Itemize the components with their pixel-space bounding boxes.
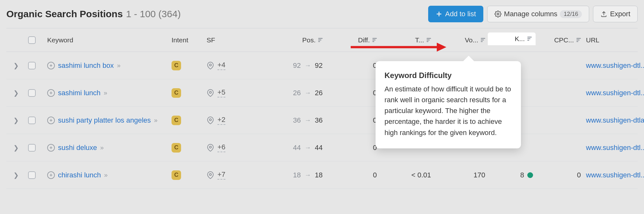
sf-value[interactable]: +5: [217, 88, 225, 97]
add-keyword-icon[interactable]: +: [47, 89, 55, 97]
add-keyword-icon[interactable]: +: [47, 117, 55, 124]
arrow-right-icon: →: [305, 117, 311, 124]
row-checkbox[interactable]: [28, 89, 36, 97]
url-link[interactable]: www.sushigen-dtl...: [586, 89, 644, 97]
manage-columns-button[interactable]: Manage columns 12/16: [487, 6, 589, 22]
keyword-link[interactable]: sashimi lunch: [58, 89, 100, 97]
pos-old: 92: [293, 61, 301, 70]
col-intent[interactable]: Intent: [169, 36, 204, 44]
chevrons-icon: »: [117, 62, 119, 69]
expand-row-icon[interactable]: ❯: [13, 171, 19, 179]
pos-old: 36: [293, 116, 301, 125]
columns-count-pill: 12/16: [560, 10, 582, 18]
export-label: Export: [610, 10, 630, 18]
kd-value: 8: [520, 171, 524, 179]
tooltip-body: An estimate of how difficult it would be…: [384, 84, 512, 138]
sort-icon: [576, 38, 581, 42]
pos-new: 36: [315, 116, 323, 125]
sort-icon: [481, 38, 485, 42]
add-keyword-icon[interactable]: +: [47, 62, 55, 69]
keyword-link[interactable]: sushi party platter los angeles: [58, 116, 151, 125]
sort-icon: [527, 37, 532, 41]
url-link[interactable]: www.sushigen-dtl...: [586, 171, 644, 179]
sort-icon: [427, 38, 431, 42]
pos-old: 26: [293, 89, 301, 97]
arrow-right-icon: →: [305, 62, 311, 69]
expand-row-icon[interactable]: ❯: [13, 89, 19, 97]
intent-badge: C: [172, 170, 181, 180]
location-pin-icon: [207, 171, 214, 179]
chevrons-icon: »: [104, 171, 106, 179]
svg-point-2: [497, 13, 499, 15]
location-pin-icon: [207, 62, 214, 69]
col-pos[interactable]: Pos.: [252, 36, 325, 44]
keyword-link[interactable]: sashimi lunch box: [58, 61, 114, 70]
cpc-value: 0: [577, 171, 581, 179]
select-all-checkbox[interactable]: [28, 36, 36, 44]
pos-new: 92: [315, 61, 323, 70]
location-pin-icon: [207, 117, 214, 124]
url-link[interactable]: www.sushigen-dtl...: [586, 144, 644, 152]
sf-value[interactable]: +2: [217, 116, 225, 125]
keyword-link[interactable]: sushi deluxe: [58, 144, 97, 152]
keyword-link[interactable]: chirashi lunch: [58, 171, 101, 179]
col-diff[interactable]: Diff.: [325, 36, 379, 44]
sf-value[interactable]: +4: [217, 61, 225, 70]
table-row: ❯+sushi party platter los angeles»C+236→…: [6, 107, 638, 134]
col-traffic[interactable]: T...: [379, 36, 434, 44]
page-range: 1 - 100 (364): [126, 9, 181, 19]
export-icon: [600, 11, 607, 18]
col-volume[interactable]: Vo...: [434, 36, 488, 44]
intent-badge: C: [172, 143, 181, 153]
svg-point-7: [209, 146, 211, 148]
add-to-list-button[interactable]: Add to list: [428, 6, 483, 22]
sf-value[interactable]: +7: [217, 170, 225, 180]
plus-icon: [435, 11, 443, 18]
table-row: ❯+sashimi lunch box»C+492→920www.sushige…: [6, 52, 638, 79]
expand-row-icon[interactable]: ❯: [13, 144, 19, 152]
pos-new: 26: [315, 89, 323, 97]
url-link[interactable]: www.sushigen-dtl...: [586, 61, 644, 69]
chevrons-icon: »: [104, 89, 106, 96]
chevrons-icon: »: [154, 117, 156, 124]
chevrons-icon: »: [100, 144, 102, 151]
svg-point-8: [209, 174, 211, 175]
col-keyword[interactable]: Keyword: [45, 36, 169, 44]
col-kd[interactable]: K...: [488, 32, 536, 45]
pos-old: 44: [293, 144, 301, 152]
row-checkbox[interactable]: [28, 117, 36, 124]
expand-row-icon[interactable]: ❯: [13, 117, 19, 124]
expand-row-icon[interactable]: ❯: [13, 62, 19, 69]
table-header: Keyword Intent SF Pos. Diff. T... Vo... …: [6, 28, 638, 52]
add-keyword-icon[interactable]: +: [47, 171, 55, 179]
tooltip-title: Keyword Difficulty: [384, 69, 512, 81]
kd-tooltip: Keyword Difficulty An estimate of how di…: [376, 61, 521, 148]
svg-point-4: [209, 64, 211, 66]
table-row: ❯+sushi deluxe»C+644→440www.sushigen-dtl…: [6, 134, 638, 161]
location-pin-icon: [207, 144, 214, 152]
col-url[interactable]: URL: [583, 36, 644, 44]
diff-value: 0: [373, 171, 377, 179]
arrow-right-icon: →: [305, 89, 311, 96]
location-pin-icon: [207, 89, 214, 97]
row-checkbox[interactable]: [28, 171, 36, 179]
row-checkbox[interactable]: [28, 144, 36, 152]
traffic-value: < 0.01: [411, 171, 431, 179]
pos-new: 44: [315, 144, 323, 152]
col-cpc[interactable]: CPC...: [536, 36, 583, 44]
col-sf[interactable]: SF: [204, 36, 252, 44]
export-button[interactable]: Export: [593, 6, 638, 22]
gear-icon: [494, 11, 501, 18]
sf-value[interactable]: +6: [217, 143, 225, 152]
url-link[interactable]: www.sushigen-dtla.c: [586, 116, 644, 124]
sort-icon: [372, 38, 377, 42]
add-keyword-icon[interactable]: +: [47, 144, 55, 152]
pos-old: 18: [293, 171, 301, 179]
row-checkbox[interactable]: [28, 62, 36, 69]
volume-value: 170: [473, 171, 485, 179]
intent-badge: C: [172, 88, 181, 98]
pos-new: 18: [315, 171, 323, 179]
intent-badge: C: [172, 61, 181, 70]
intent-badge: C: [172, 116, 181, 125]
results-table: Keyword Intent SF Pos. Diff. T... Vo... …: [6, 28, 638, 189]
